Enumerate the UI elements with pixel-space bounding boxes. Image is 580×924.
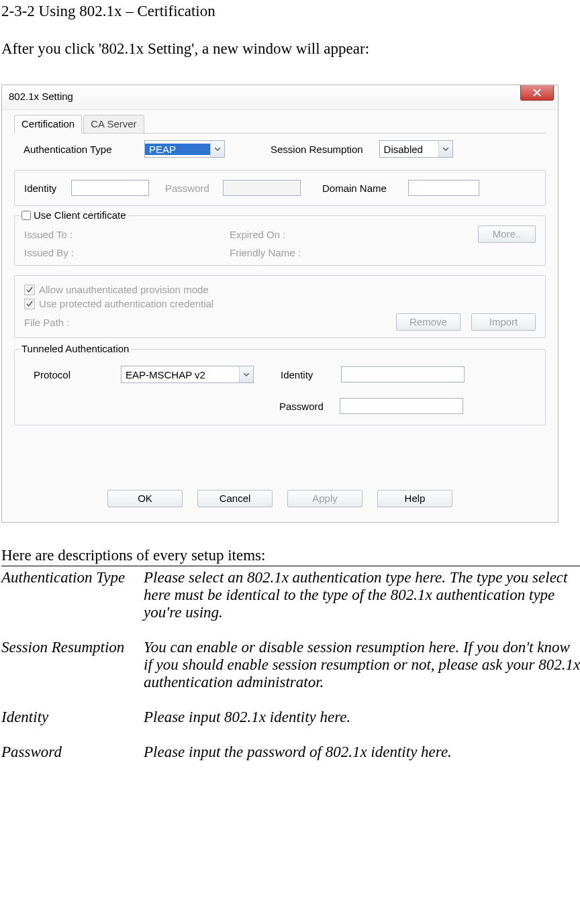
titlebar: 802.1x Setting <box>2 85 558 110</box>
tunnel-password-input[interactable] <box>340 398 463 414</box>
desc-text: Please input the password of 802.1x iden… <box>144 743 580 761</box>
close-icon <box>533 89 541 97</box>
auth-type-select[interactable]: PEAP <box>144 140 225 158</box>
tunnel-identity-input[interactable] <box>341 366 465 382</box>
remove-button: Remove <box>396 313 461 331</box>
chevron-down-icon <box>438 141 452 157</box>
allow-unauth-checkbox <box>24 285 35 295</box>
session-resumption-value: Disabled <box>380 144 438 155</box>
domain-name-label: Domain Name <box>322 183 387 194</box>
desc-text: You can enable or disable session resump… <box>144 639 580 709</box>
domain-name-input[interactable] <box>408 180 479 196</box>
more-button: More.. <box>478 225 536 243</box>
allow-unauth-label: Allow unauthenticated provision mode <box>39 284 209 295</box>
intro-text: After you click '802.1x Setting', a new … <box>1 40 580 58</box>
use-pac-checkbox <box>24 299 35 309</box>
issued-by-label: Issued By : <box>24 247 226 258</box>
issued-to-label: Issued To : <box>24 229 226 240</box>
tab-certification[interactable]: Certification <box>14 115 82 134</box>
window-title: 802.1x Setting <box>9 91 73 102</box>
followup-text: Here are descriptions of every setup ite… <box>1 547 580 566</box>
identity-label: Identity <box>24 183 66 194</box>
tunneled-auth-legend: Tunneled Authentication <box>20 343 130 354</box>
section-heading: 2-3-2 Using 802.1x – Certification <box>1 3 580 20</box>
file-path-label: File Path : <box>24 317 392 328</box>
password-input <box>223 180 301 196</box>
protocol-label: Protocol <box>24 369 114 380</box>
descriptions-table: Authentication Type Please select an 802… <box>1 569 580 761</box>
session-resumption-select[interactable]: Disabled <box>379 140 453 158</box>
help-button[interactable]: Help <box>377 490 452 507</box>
chevron-down-icon <box>210 141 224 157</box>
tabstrip: Certification CA Server <box>14 114 546 134</box>
cancel-button[interactable]: Cancel <box>197 490 273 507</box>
use-client-cert-label: Use Client certificate <box>34 209 126 221</box>
dialog-8021x-setting: 802.1x Setting Certification CA Server A… <box>1 85 559 523</box>
protocol-select[interactable]: EAP-MSCHAP v2 <box>121 366 254 383</box>
session-resumption-label: Session Resumption <box>271 144 363 155</box>
tab-ca-server[interactable]: CA Server <box>83 115 144 134</box>
tunnel-identity-label: Identity <box>281 369 334 380</box>
ok-button[interactable]: OK <box>107 490 183 507</box>
protocol-value: EAP-MSCHAP v2 <box>122 369 239 380</box>
desc-label: Session Resumption <box>1 639 144 709</box>
auth-type-label: Authentication Type <box>14 144 138 155</box>
desc-label: Identity <box>1 709 144 743</box>
desc-label: Authentication Type <box>1 569 144 639</box>
friendly-name-label: Friendly Name : <box>230 247 301 258</box>
desc-text: Please input 802.1x identity here. <box>144 709 580 743</box>
use-pac-label: Use protected authentication credential <box>39 298 213 309</box>
window-close-button[interactable] <box>520 85 554 101</box>
import-button: Import <box>471 313 536 331</box>
chevron-down-icon <box>239 366 253 382</box>
desc-label: Password <box>1 743 144 761</box>
desc-text: Please select an 802.1x authentication t… <box>144 569 580 639</box>
use-client-cert-checkbox[interactable] <box>21 211 31 220</box>
expired-on-label: Expired On : <box>230 229 377 240</box>
tunnel-password-label: Password <box>279 401 333 412</box>
apply-button: Apply <box>287 490 362 507</box>
auth-type-value: PEAP <box>145 144 210 155</box>
identity-input[interactable] <box>71 180 149 196</box>
password-label: Password <box>165 183 218 194</box>
use-client-cert-legend[interactable]: Use Client certificate <box>20 209 128 221</box>
